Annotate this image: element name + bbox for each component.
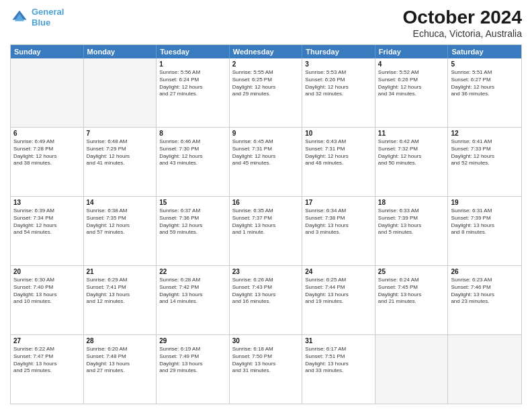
day-number: 28 — [87, 337, 154, 345]
logo: General Blue — [10, 7, 64, 28]
day-info: Sunrise: 6:18 AM Sunset: 7:50 PM Dayligh… — [232, 346, 300, 375]
calendar-body: 1Sunrise: 5:56 AM Sunset: 6:24 PM Daylig… — [11, 58, 521, 404]
calendar-cell-0-6: 5Sunrise: 5:51 AM Sunset: 6:27 PM Daylig… — [448, 58, 521, 127]
day-number: 17 — [305, 199, 372, 206]
day-number: 12 — [451, 130, 519, 137]
calendar-cell-0-4: 3Sunrise: 5:53 AM Sunset: 6:26 PM Daylig… — [302, 58, 375, 127]
calendar-cell-0-3: 2Sunrise: 5:55 AM Sunset: 6:25 PM Daylig… — [230, 58, 303, 127]
calendar-cell-3-1: 21Sunrise: 6:29 AM Sunset: 7:41 PM Dayli… — [84, 266, 157, 334]
day-info: Sunrise: 6:43 AM Sunset: 7:31 PM Dayligh… — [305, 138, 372, 167]
day-info: Sunrise: 6:41 AM Sunset: 7:33 PM Dayligh… — [451, 138, 519, 167]
day-info: Sunrise: 6:31 AM Sunset: 7:39 PM Dayligh… — [451, 208, 519, 236]
weekday-header-friday: Friday — [375, 45, 449, 58]
calendar-cell-3-0: 20Sunrise: 6:30 AM Sunset: 7:40 PM Dayli… — [11, 266, 84, 334]
calendar-cell-4-6 — [448, 335, 521, 404]
day-number: 29 — [159, 337, 226, 345]
calendar-cell-1-6: 12Sunrise: 6:41 AM Sunset: 7:33 PM Dayli… — [448, 128, 521, 196]
day-info: Sunrise: 6:46 AM Sunset: 7:30 PM Dayligh… — [159, 138, 226, 167]
calendar-cell-0-2: 1Sunrise: 5:56 AM Sunset: 6:24 PM Daylig… — [157, 58, 230, 127]
day-info: Sunrise: 6:28 AM Sunset: 7:42 PM Dayligh… — [159, 277, 226, 306]
weekday-header-thursday: Thursday — [302, 45, 375, 58]
day-info: Sunrise: 5:51 AM Sunset: 6:27 PM Dayligh… — [451, 69, 519, 98]
calendar-cell-1-0: 6Sunrise: 6:49 AM Sunset: 7:28 PM Daylig… — [11, 128, 84, 196]
page-subtitle: Echuca, Victoria, Australia — [403, 28, 522, 39]
calendar-cell-3-5: 25Sunrise: 6:24 AM Sunset: 7:45 PM Dayli… — [375, 266, 449, 334]
day-number: 22 — [159, 268, 226, 275]
calendar-cell-4-5 — [375, 335, 449, 404]
day-number: 24 — [305, 268, 372, 275]
day-number: 8 — [159, 130, 226, 137]
day-number: 26 — [451, 268, 519, 275]
day-info: Sunrise: 5:53 AM Sunset: 6:26 PM Dayligh… — [305, 69, 372, 98]
calendar: SundayMondayTuesdayWednesdayThursdayFrid… — [10, 44, 522, 404]
day-info: Sunrise: 6:23 AM Sunset: 7:46 PM Dayligh… — [451, 277, 519, 306]
day-number: 9 — [232, 130, 300, 137]
day-number: 3 — [305, 60, 372, 68]
day-info: Sunrise: 5:56 AM Sunset: 6:24 PM Dayligh… — [159, 69, 226, 98]
calendar-cell-3-6: 26Sunrise: 6:23 AM Sunset: 7:46 PM Dayli… — [448, 266, 521, 334]
calendar-row-1: 6Sunrise: 6:49 AM Sunset: 7:28 PM Daylig… — [11, 127, 521, 196]
day-info: Sunrise: 6:34 AM Sunset: 7:38 PM Dayligh… — [305, 208, 372, 236]
day-info: Sunrise: 6:39 AM Sunset: 7:34 PM Dayligh… — [13, 208, 81, 236]
day-info: Sunrise: 6:49 AM Sunset: 7:28 PM Dayligh… — [13, 138, 81, 167]
calendar-row-3: 20Sunrise: 6:30 AM Sunset: 7:40 PM Dayli… — [11, 265, 521, 334]
calendar-cell-4-3: 30Sunrise: 6:18 AM Sunset: 7:50 PM Dayli… — [230, 335, 303, 404]
calendar-cell-0-1 — [84, 58, 157, 127]
day-number: 15 — [159, 199, 226, 206]
weekday-header-wednesday: Wednesday — [230, 45, 303, 58]
day-info: Sunrise: 6:22 AM Sunset: 7:47 PM Dayligh… — [13, 346, 81, 375]
calendar-row-4: 27Sunrise: 6:22 AM Sunset: 7:47 PM Dayli… — [11, 334, 521, 404]
day-number: 14 — [87, 199, 154, 206]
day-number: 16 — [232, 199, 300, 206]
calendar-cell-2-5: 18Sunrise: 6:33 AM Sunset: 7:39 PM Dayli… — [375, 197, 449, 265]
day-number: 6 — [13, 130, 81, 137]
weekday-header-saturday: Saturday — [448, 45, 521, 58]
day-number: 11 — [378, 130, 445, 137]
calendar-cell-1-3: 9Sunrise: 6:45 AM Sunset: 7:31 PM Daylig… — [230, 128, 303, 196]
day-info: Sunrise: 6:25 AM Sunset: 7:44 PM Dayligh… — [305, 277, 372, 306]
calendar-cell-4-1: 28Sunrise: 6:20 AM Sunset: 7:48 PM Dayli… — [84, 335, 157, 404]
day-number: 23 — [232, 268, 300, 275]
calendar-cell-4-0: 27Sunrise: 6:22 AM Sunset: 7:47 PM Dayli… — [11, 335, 84, 404]
logo-text: General Blue — [32, 7, 64, 28]
calendar-cell-2-2: 15Sunrise: 6:37 AM Sunset: 7:36 PM Dayli… — [157, 197, 230, 265]
day-number: 31 — [305, 337, 372, 345]
day-info: Sunrise: 6:37 AM Sunset: 7:36 PM Dayligh… — [159, 208, 226, 236]
day-info: Sunrise: 6:19 AM Sunset: 7:49 PM Dayligh… — [159, 346, 226, 375]
day-number: 5 — [451, 60, 519, 68]
day-number: 19 — [451, 199, 519, 206]
day-number: 21 — [87, 268, 154, 275]
day-info: Sunrise: 6:48 AM Sunset: 7:29 PM Dayligh… — [87, 138, 154, 167]
day-info: Sunrise: 6:45 AM Sunset: 7:31 PM Dayligh… — [232, 138, 300, 167]
calendar-cell-3-3: 23Sunrise: 6:26 AM Sunset: 7:43 PM Dayli… — [230, 266, 303, 334]
calendar-cell-4-2: 29Sunrise: 6:19 AM Sunset: 7:49 PM Dayli… — [157, 335, 230, 404]
calendar-cell-3-2: 22Sunrise: 6:28 AM Sunset: 7:42 PM Dayli… — [157, 266, 230, 334]
calendar-cell-1-4: 10Sunrise: 6:43 AM Sunset: 7:31 PM Dayli… — [302, 128, 375, 196]
day-info: Sunrise: 6:26 AM Sunset: 7:43 PM Dayligh… — [232, 277, 300, 306]
day-info: Sunrise: 6:24 AM Sunset: 7:45 PM Dayligh… — [378, 277, 445, 306]
day-number: 2 — [232, 60, 300, 68]
calendar-cell-1-2: 8Sunrise: 6:46 AM Sunset: 7:30 PM Daylig… — [157, 128, 230, 196]
page: General Blue October 2024 Echuca, Victor… — [0, 0, 532, 411]
weekday-header-tuesday: Tuesday — [157, 45, 230, 58]
calendar-cell-2-1: 14Sunrise: 6:38 AM Sunset: 7:35 PM Dayli… — [84, 197, 157, 265]
logo-line2: Blue — [32, 17, 50, 28]
title-block: October 2024 Echuca, Victoria, Australia — [403, 7, 522, 39]
day-number: 27 — [13, 337, 81, 345]
day-info: Sunrise: 6:42 AM Sunset: 7:32 PM Dayligh… — [378, 138, 445, 167]
day-info: Sunrise: 6:38 AM Sunset: 7:35 PM Dayligh… — [87, 208, 154, 236]
header: General Blue October 2024 Echuca, Victor… — [10, 7, 522, 39]
day-info: Sunrise: 5:55 AM Sunset: 6:25 PM Dayligh… — [232, 69, 300, 98]
weekday-header-monday: Monday — [84, 45, 157, 58]
calendar-cell-0-5: 4Sunrise: 5:52 AM Sunset: 6:26 PM Daylig… — [375, 58, 449, 127]
day-info: Sunrise: 6:29 AM Sunset: 7:41 PM Dayligh… — [87, 277, 154, 306]
calendar-cell-1-5: 11Sunrise: 6:42 AM Sunset: 7:32 PM Dayli… — [375, 128, 449, 196]
day-number: 1 — [159, 60, 226, 68]
calendar-cell-2-3: 16Sunrise: 6:35 AM Sunset: 7:37 PM Dayli… — [230, 197, 303, 265]
day-number: 4 — [378, 60, 445, 68]
day-number: 20 — [13, 268, 81, 275]
calendar-cell-2-6: 19Sunrise: 6:31 AM Sunset: 7:39 PM Dayli… — [448, 197, 521, 265]
day-info: Sunrise: 6:20 AM Sunset: 7:48 PM Dayligh… — [87, 346, 154, 375]
day-number: 10 — [305, 130, 372, 137]
day-number: 7 — [87, 130, 154, 137]
